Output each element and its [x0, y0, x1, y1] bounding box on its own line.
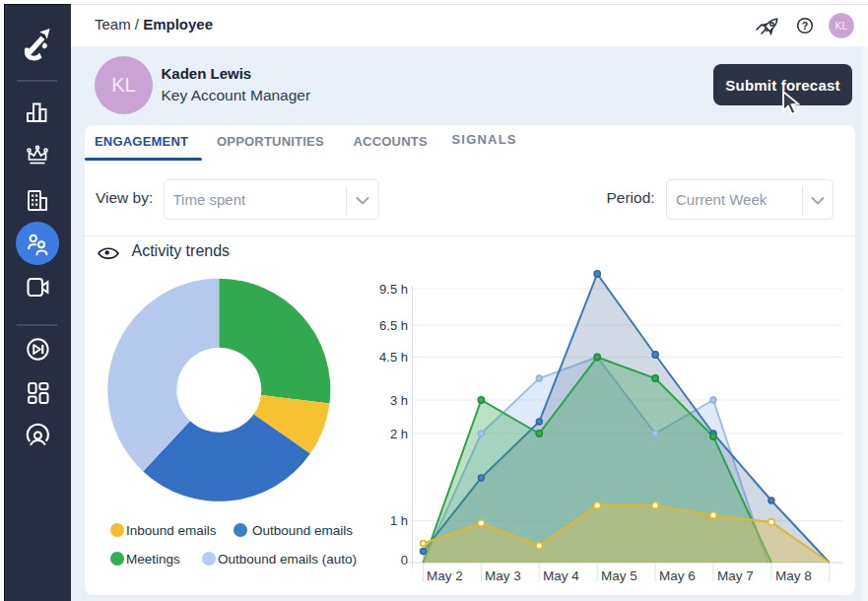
svg-text:1 h: 1 h — [390, 513, 408, 528]
svg-text:May 4: May 4 — [543, 568, 579, 583]
svg-text:6.5 h: 6.5 h — [379, 318, 408, 333]
svg-text:May 2: May 2 — [427, 568, 463, 583]
svg-text:9.5 h: 9.5 h — [379, 282, 408, 297]
svg-text:0: 0 — [401, 553, 408, 568]
svg-text:May 8: May 8 — [775, 568, 812, 583]
svg-text:May 6: May 6 — [659, 568, 696, 583]
svg-text:May 5: May 5 — [601, 568, 637, 583]
svg-text:May 3: May 3 — [485, 568, 521, 583]
svg-text:2 h: 2 h — [390, 427, 408, 441]
svg-text:4.5 h: 4.5 h — [379, 350, 408, 365]
svg-text:May 7: May 7 — [717, 568, 754, 583]
svg-text:3 h: 3 h — [390, 393, 408, 408]
